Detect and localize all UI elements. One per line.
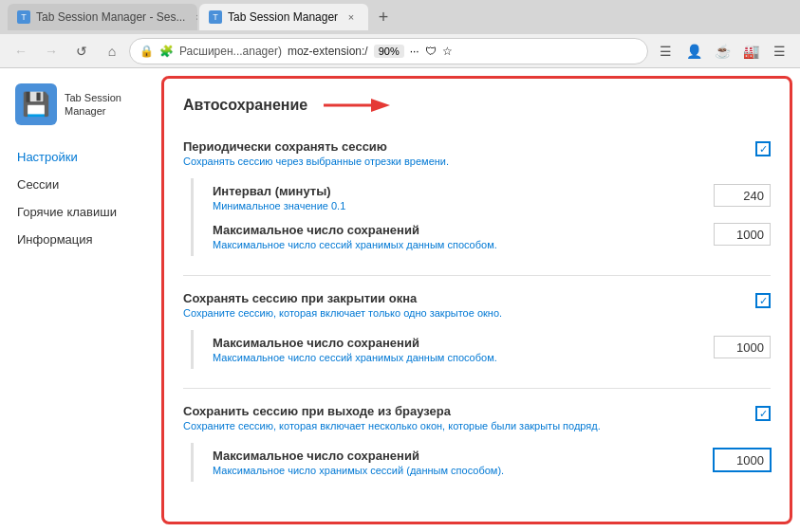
tab-icon-active: T [209, 10, 222, 24]
section-periodic-subsettings: Интервал (минуты) Минимальное значение 0… [191, 178, 771, 256]
max-saves-2-label: Максимальное число сохранений [213, 336, 714, 350]
sidebar-item-sessions[interactable]: Сессии [8, 172, 154, 197]
sidebar: 💾 Tab Session Manager Настройки Сессии Г… [0, 68, 161, 532]
max-saves-3-info: Максимальное число сохранений Максимальн… [213, 449, 714, 476]
tab-inactive[interactable]: T Tab Session Manager - Ses... × [8, 4, 197, 30]
nav-right-buttons: ☰ 👤 ☕ 🏭 ☰ [652, 38, 792, 64]
sidebar-item-info[interactable]: Информация [8, 227, 154, 252]
lock-icon: 🔒 [140, 45, 154, 58]
section-on-close-header: Сохранять сессию при закрытии окна Сохра… [183, 284, 771, 322]
section-on-close-title-block: Сохранять сессию при закрытии окна Сохра… [183, 291, 755, 319]
section-on-close: Сохранять сессию при закрытии окна Сохра… [183, 284, 771, 369]
section-on-close-checkbox[interactable]: ✓ [755, 293, 771, 308]
interval-desc: Минимальное значение 0.1 [213, 200, 714, 211]
sidebar-logo: 💾 Tab Session Manager [8, 83, 154, 125]
logo-icon: 💾 [15, 83, 57, 125]
menu-icon[interactable]: ☰ [766, 38, 792, 64]
bookmark-icon[interactable]: ☆ [442, 45, 453, 58]
content-area: 💾 Tab Session Manager Настройки Сессии Г… [0, 68, 800, 532]
section-periodic-desc: Сохранять сессию через выбранные отрезки… [183, 156, 755, 167]
address-url: moz-extension:/ [288, 45, 368, 58]
max-saves-2-input[interactable] [714, 336, 771, 358]
section-periodic-checkbox-wrap[interactable]: ✓ [755, 139, 771, 156]
browser-chrome: T Tab Session Manager - Ses... × T Tab S… [0, 0, 800, 68]
max-saves-1-input[interactable] [714, 223, 771, 246]
max-saves-1-desc: Максимальное число сессий хранимых данны… [213, 239, 714, 250]
sidebar-item-settings[interactable]: Настройки [8, 144, 154, 170]
max-saves-3-row: Максимальное число сохранений Максимальн… [213, 443, 771, 482]
address-bar[interactable]: 🔒 🧩 Расширен...anager) moz-extension:/ 9… [129, 38, 648, 64]
section-on-exit-desc: Сохраните сессию, которая включает неско… [183, 420, 755, 431]
tab-label-active: Tab Session Manager [228, 10, 338, 24]
section-on-exit-checkbox-wrap[interactable]: ✓ [755, 404, 771, 421]
logo-text: Tab Session Manager [65, 91, 154, 119]
tab-bar: T Tab Session Manager - Ses... × T Tab S… [0, 0, 800, 34]
tab-label-inactive: Tab Session Manager - Ses... [36, 10, 185, 24]
library-icon[interactable]: ☰ [652, 38, 679, 64]
max-saves-3-desc: Максимальное число хранимых сессий (данн… [213, 465, 714, 476]
extensions-icon[interactable]: 🏭 [737, 38, 764, 64]
interval-label: Интервал (минуты) [213, 184, 714, 198]
page-title-row: Автосохранение [183, 94, 771, 117]
new-tab-button[interactable]: + [370, 4, 397, 30]
forward-button[interactable]: → [38, 38, 65, 64]
section-on-exit-title: Сохранить сессию при выходе из браузера [183, 404, 755, 418]
max-saves-1-info: Максимальное число сохранений Максимальн… [213, 223, 714, 250]
extension-icon: 🧩 [159, 45, 174, 58]
nav-bar: ← → ↺ ⌂ 🔒 🧩 Расширен...anager) moz-exten… [0, 34, 800, 68]
shield-icon: 🛡 [425, 45, 437, 58]
section-on-exit-checkbox[interactable]: ✓ [755, 406, 771, 421]
divider-1 [183, 275, 771, 276]
home-button[interactable]: ⌂ [99, 38, 125, 64]
section-on-close-title: Сохранять сессию при закрытии окна [183, 291, 755, 305]
interval-row: Интервал (минуты) Минимальное значение 0… [213, 178, 771, 217]
section-on-exit-title-block: Сохранить сессию при выходе из браузера … [183, 404, 755, 431]
section-periodic-header: Периодически сохранять сессию Сохранять … [183, 132, 771, 171]
section-periodic: Периодически сохранять сессию Сохранять … [183, 132, 771, 256]
main-panel: Автосохранение Периодически сохранять се… [161, 76, 792, 524]
tab-active[interactable]: T Tab Session Manager × [199, 4, 368, 30]
section-on-exit-subsettings: Максимальное число сохранений Максимальн… [191, 443, 771, 482]
back-button[interactable]: ← [8, 38, 34, 64]
section-on-exit-header: Сохранить сессию при выходе из браузера … [183, 396, 771, 435]
section-on-exit: Сохранить сессию при выходе из браузера … [183, 396, 771, 482]
max-saves-1-label: Максимальное число сохранений [213, 223, 714, 237]
sidebar-nav: Настройки Сессии Горячие клавиши Информа… [8, 144, 154, 252]
max-saves-2-desc: Максимальное число сессий хранимых данны… [213, 352, 714, 363]
section-on-close-subsettings: Максимальное число сохранений Максимальн… [191, 330, 771, 369]
extension-text: Расширен...anager) [179, 45, 282, 58]
section-on-close-checkbox-wrap[interactable]: ✓ [755, 291, 771, 308]
max-saves-3-label: Максимальное число сохранений [213, 449, 714, 463]
divider-2 [183, 388, 771, 389]
zoom-level[interactable]: 90% [374, 45, 404, 58]
svg-marker-1 [371, 99, 390, 112]
section-periodic-checkbox[interactable]: ✓ [755, 141, 771, 156]
account-icon[interactable]: 👤 [680, 38, 707, 64]
max-saves-1-row: Максимальное число сохранений Максимальн… [213, 217, 771, 256]
max-saves-3-input[interactable] [714, 449, 771, 471]
section-periodic-title: Периодически сохранять сессию [183, 139, 755, 154]
more-button[interactable]: ··· [410, 45, 419, 58]
arrow-indicator [319, 94, 395, 117]
tab-icon-inactive: T [17, 10, 30, 24]
section-periodic-title-block: Периодически сохранять сессию Сохранять … [183, 139, 755, 167]
tab-close-active[interactable]: × [344, 9, 359, 25]
interval-info: Интервал (минуты) Минимальное значение 0… [213, 184, 714, 211]
sync-icon[interactable]: ☕ [709, 38, 735, 64]
tab-close-inactive[interactable]: × [191, 9, 197, 25]
reload-button[interactable]: ↺ [68, 38, 95, 64]
sidebar-item-hotkeys[interactable]: Горячие клавиши [8, 199, 154, 225]
interval-input[interactable] [714, 184, 771, 207]
max-saves-2-row: Максимальное число сохранений Максимальн… [213, 330, 771, 369]
section-on-close-desc: Сохраните сессию, которая включает тольк… [183, 307, 755, 319]
page-title: Автосохранение [183, 97, 307, 114]
max-saves-2-info: Максимальное число сохранений Максимальн… [213, 336, 714, 363]
